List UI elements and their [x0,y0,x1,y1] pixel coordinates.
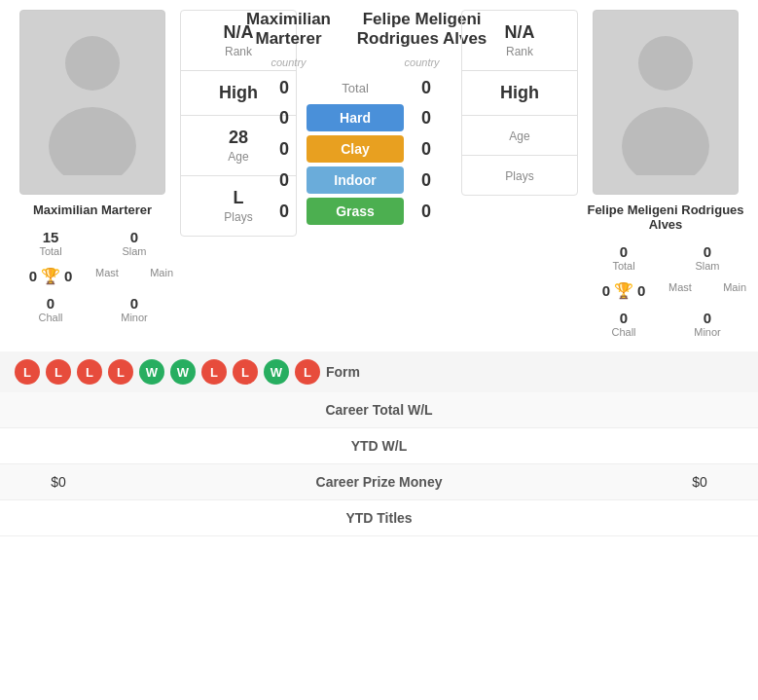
right-minor-cell: 0 Minor [667,306,748,342]
left-slam-cell: 0 Slam [93,225,175,261]
left-chall-cell: 0 Chall [10,291,91,327]
indoor-right-score: 0 [412,170,441,191]
right-high-value: High [500,83,539,103]
stats-row-0: Career Total W/L [0,392,758,428]
right-slam-cell: 0 Slam [667,239,748,276]
right-player-card: Felipe Meligeni Rodrigues Alves 0 Total … [583,10,748,342]
player-names-header: Maximilian Marterer Felipe Meligeni Rodr… [222,10,488,49]
hard-right-score: 0 [412,108,441,129]
grass-row: 0 Grass 0 [222,198,488,225]
left-minor-value: 0 [95,295,173,312]
right-info-block: N/A Rank High Age Plays [461,10,578,196]
clay-left-score: 0 [270,139,299,160]
right-high-row: High [462,71,577,116]
grass-badge: Grass [307,198,404,225]
right-slam-label: Slam [668,260,746,272]
stats-center-0: Career Total W/L [97,402,661,418]
indoor-badge: Indoor [307,166,404,194]
right-mast-cell: 0 🏆 0 [583,277,665,304]
right-player-name: Felipe Meligeni Rodrigues Alves [583,203,748,232]
left-player-avatar [19,10,165,195]
indoor-row: 0 Indoor 0 [222,166,488,194]
stats-row-1: YTD W/L [0,428,758,464]
clay-badge: Clay [307,135,404,163]
right-main-label: Main [723,281,746,293]
right-plays-row: Plays [462,156,577,195]
left-minor-label: Minor [95,312,173,323]
stats-center-1: YTD W/L [97,438,661,454]
form-badge-3: L [108,359,133,385]
main-content: Maximilian Marterer 15 Total 0 Slam 0 🏆 … [0,0,758,351]
right-trophy-icon: 🏆 [614,281,633,300]
right-player-area: Felipe Meligeni Rodrigues Alves 0 Total … [493,10,748,342]
right-rank-value: N/A [505,22,535,43]
form-badge-2: L [77,359,102,385]
left-minor-cell: 0 Minor [93,291,175,327]
right-slam-value: 0 [668,243,746,260]
left-main-value: 0 [64,268,72,284]
form-badge-0: L [15,359,40,385]
clay-row: 0 Clay 0 [222,135,488,163]
right-rank-row: N/A Rank [462,11,577,71]
right-chall-label: Chall [585,326,663,338]
clay-right-score: 0 [412,139,441,160]
stats-center-2: Career Prize Money [97,474,661,490]
right-total-cell: 0 Total [583,239,665,276]
left-total-cell: 15 Total [10,225,91,261]
left-chall-value: 0 [12,295,90,312]
left-player-area: Maximilian Marterer 15 Total 0 Slam 0 🏆 … [10,10,217,342]
hard-left-score: 0 [270,108,299,129]
svg-point-0 [65,36,120,91]
stats-left-2: $0 [19,474,97,490]
right-minor-value: 0 [668,310,746,326]
left-mast-label: Mast [95,267,119,278]
form-badge-7: L [233,359,258,385]
stats-center-3: YTD Titles [97,510,661,526]
left-trophy-icon: 🏆 [41,267,60,285]
right-total-label: Total [585,260,663,272]
stats-right-2: $0 [661,474,739,490]
left-total-score: 0 [270,78,299,98]
right-mast-value: 0 [602,282,610,299]
right-mast-label: Mast [668,281,692,293]
total-row: 0 Total 0 [222,78,488,98]
bottom-rows-container: Career Total W/LYTD W/L$0Career Prize Mo… [0,392,758,536]
svg-point-3 [622,107,709,175]
right-main-value: 0 [637,282,645,299]
center-area: Maximilian Marterer Felipe Meligeni Rodr… [222,10,488,342]
form-label: Form [326,364,360,380]
right-player-stats: 0 Total 0 Slam 0 🏆 0 Mast Main [583,239,748,342]
stats-row-3: YTD Titles [0,500,758,536]
grass-right-score: 0 [412,202,441,222]
left-header-name: Maximilian Marterer [222,10,355,49]
left-country: country [271,56,306,68]
form-badge-6: L [201,359,227,385]
grass-left-score: 0 [270,202,299,222]
right-country: country [405,56,440,68]
countries-row: country country [222,56,488,68]
left-mast-value: 0 [29,268,37,284]
right-player-avatar [593,10,739,195]
left-slam-label: Slam [95,245,173,257]
form-badge-8: W [264,359,289,385]
left-player-name: Maximilian Marterer [33,203,152,217]
left-mast-cell: 0 🏆 0 [10,263,91,289]
indoor-left-score: 0 [270,170,299,191]
right-total-score: 0 [412,78,441,98]
left-player-card: Maximilian Marterer 15 Total 0 Slam 0 🏆 … [10,10,175,327]
left-total-value: 15 [12,229,90,245]
right-total-value: 0 [585,243,663,260]
form-badge-1: L [46,359,71,385]
right-rank-label: Rank [506,45,533,58]
hard-row: 0 Hard 0 [222,104,488,131]
left-chall-label: Chall [12,312,90,323]
total-label: Total [307,81,404,95]
left-slam-value: 0 [95,229,173,245]
svg-point-1 [49,107,136,175]
right-plays-label: Plays [505,169,533,183]
form-section: LLLLWWLLWLForm [0,351,758,392]
left-main-label: Main [150,267,173,278]
form-badge-5: W [170,359,196,385]
form-badge-9: L [295,359,320,385]
hard-badge: Hard [307,104,404,131]
